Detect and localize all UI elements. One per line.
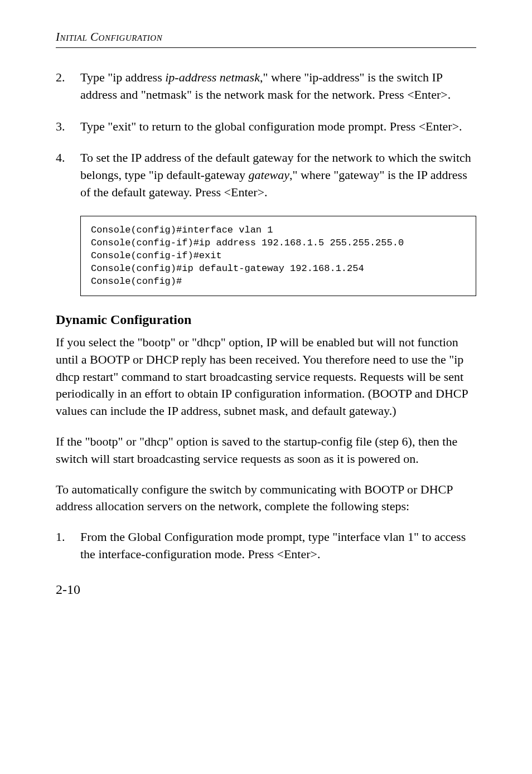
step-2: 2. Type "ip address ip-address netmask,"… [80, 69, 476, 104]
paragraph: To automatically configure the switch by… [56, 481, 476, 516]
code-block: Console(config)#interface vlan 1 Console… [80, 216, 476, 297]
step-number: 2. [56, 69, 65, 86]
section-heading: Dynamic Configuration [56, 311, 476, 330]
paragraph: If you select the "bootp" or "dhcp" opti… [56, 334, 476, 420]
steps-list-b: 1. From the Global Configuration mode pr… [56, 529, 476, 563]
step-number: 1. [56, 529, 65, 546]
step-text-em: gateway [249, 168, 289, 182]
paragraph: If the "bootp" or "dhcp" option is saved… [56, 433, 476, 468]
step-number: 3. [56, 118, 65, 136]
step-text: From the Global Configuration mode promp… [80, 530, 466, 561]
step-number: 4. [56, 149, 65, 167]
step-text-pre: Type "exit" to return to the global conf… [80, 119, 462, 133]
step-3: 3. Type "exit" to return to the global c… [80, 118, 476, 136]
step-text-pre: Type "ip address [80, 70, 165, 84]
step-1: 1. From the Global Configuration mode pr… [80, 529, 476, 563]
step-text-em: ip-address netmask [165, 70, 260, 84]
steps-list-a: 2. Type "ip address ip-address netmask,"… [56, 69, 476, 201]
step-4: 4. To set the IP address of the default … [80, 149, 476, 201]
page-number: 2-10 [56, 582, 476, 597]
horizontal-rule [56, 47, 476, 48]
running-head: Initial Configuration [56, 30, 476, 44]
